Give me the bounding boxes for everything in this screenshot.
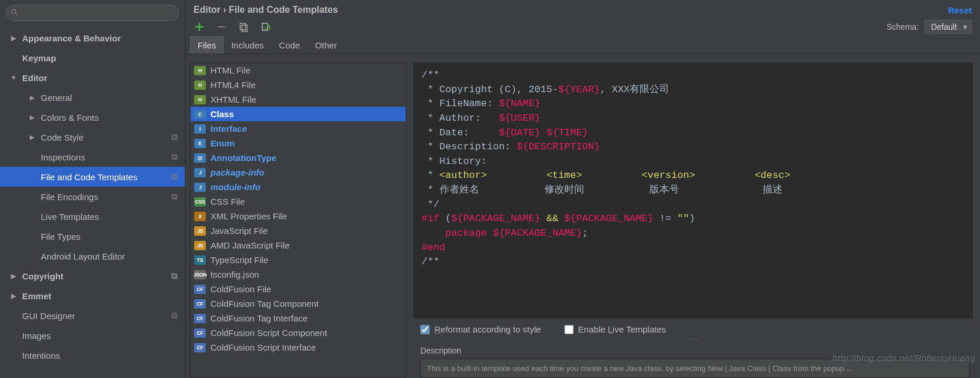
- file-type-icon: CF: [194, 328, 206, 338]
- template-item[interactable]: JSONtsconfig.json: [191, 267, 406, 282]
- file-type-icon: CSS: [194, 197, 206, 206]
- template-item[interactable]: HXHTML File: [191, 92, 406, 107]
- tab-includes[interactable]: Includes: [224, 36, 272, 54]
- sidebar-item-copyright[interactable]: ▶Copyright⧉: [0, 266, 185, 286]
- settings-tree: ▶Appearance & BehaviorKeymap▼Editor▶Gene…: [0, 26, 185, 365]
- file-type-icon: CF: [194, 314, 206, 323]
- breadcrumb-row: Editor › File and Code Templates Reset: [185, 0, 980, 19]
- sidebar-item-label: GUI Designer: [22, 311, 75, 321]
- chevron-icon: ▶: [29, 114, 35, 121]
- sidebar-item-intentions[interactable]: Intentions: [0, 345, 185, 365]
- live-templates-label: Enable Live Templates: [578, 324, 666, 334]
- breadcrumb: Editor › File and Code Templates: [194, 5, 338, 15]
- sidebar-item-editor[interactable]: ▼Editor: [0, 68, 185, 88]
- sidebar-item-general[interactable]: ▶General: [0, 88, 185, 107]
- template-item-label: ColdFusion File: [210, 284, 271, 294]
- sidebar-item-label: Intentions: [22, 351, 60, 360]
- template-item-label: HTML File: [210, 65, 251, 75]
- template-item-label: package-info: [210, 167, 265, 177]
- sidebar-item-file-encodings[interactable]: File Encodings⧉: [0, 187, 185, 206]
- resize-handle[interactable]: ••••: [406, 337, 978, 342]
- tab-files[interactable]: Files: [190, 36, 224, 54]
- template-item-label: Class: [210, 109, 234, 119]
- live-templates-checkbox-input[interactable]: [564, 325, 574, 334]
- file-type-icon: J: [194, 183, 206, 192]
- sidebar-item-label: File and Code Templates: [41, 172, 138, 182]
- sidebar-item-live-templates[interactable]: Live Templates: [0, 206, 185, 226]
- remove-button[interactable]: [215, 20, 229, 34]
- tab-code[interactable]: Code: [272, 36, 308, 54]
- sidebar-item-code-style[interactable]: ▶Code Style⧉: [0, 127, 185, 147]
- sidebar-item-label: File Types: [41, 232, 80, 242]
- reset-link[interactable]: Reset: [948, 5, 972, 15]
- template-item[interactable]: CFColdFusion Tag Interface: [191, 311, 406, 326]
- schema-label: Schema:: [887, 22, 919, 32]
- file-type-icon: X: [194, 212, 206, 221]
- template-item[interactable]: HHTML4 File: [191, 78, 406, 92]
- template-item[interactable]: JSAMD JavaScript File: [191, 238, 406, 253]
- sidebar-item-android-layout-editor[interactable]: Android Layout Editor: [0, 246, 185, 266]
- sidebar-item-label: Inspections: [41, 152, 85, 162]
- sidebar-item-inspections[interactable]: Inspections⧉: [0, 147, 185, 167]
- template-item[interactable]: CFColdFusion File: [191, 282, 406, 296]
- template-item[interactable]: EEnum: [191, 136, 406, 150]
- template-item[interactable]: @AnnotationType: [191, 150, 406, 165]
- template-item[interactable]: JSJavaScript File: [191, 223, 406, 238]
- sidebar-item-emmet[interactable]: ▶Emmet: [0, 286, 185, 306]
- template-item[interactable]: XXML Properties File: [191, 209, 406, 223]
- sidebar-item-label: Colors & Fonts: [41, 113, 99, 123]
- svg-rect-2: [240, 23, 245, 30]
- reformat-checkbox-input[interactable]: [420, 325, 430, 334]
- template-item[interactable]: CClass: [191, 107, 406, 121]
- template-item[interactable]: CFColdFusion Script Component: [191, 326, 406, 340]
- template-item[interactable]: TSTypeScript File: [191, 253, 406, 267]
- sidebar-item-label: Keymap: [22, 53, 56, 63]
- sidebar-item-keymap[interactable]: Keymap: [0, 48, 185, 68]
- template-tabs: FilesIncludesCodeOther: [185, 36, 980, 54]
- svg-rect-3: [242, 25, 247, 32]
- copy-button[interactable]: [237, 20, 251, 34]
- add-button[interactable]: [192, 20, 206, 34]
- template-item[interactable]: CFColdFusion Tag Component: [191, 296, 406, 311]
- schema-select[interactable]: Default: [925, 20, 972, 34]
- template-item-label: AMD JavaScript File: [210, 240, 290, 250]
- sidebar-item-file-and-code-templates[interactable]: File and Code Templates⧉: [0, 167, 185, 187]
- settings-sidebar: ▶Appearance & BehaviorKeymap▼Editor▶Gene…: [0, 0, 185, 378]
- code-editor[interactable]: /** * Copyright (C), 2015-${YEAR}, XXX有限…: [413, 62, 973, 318]
- file-type-icon: CF: [194, 285, 206, 294]
- template-item[interactable]: HHTML File: [191, 63, 406, 78]
- template-item[interactable]: CFColdFusion Script Interface: [191, 340, 406, 355]
- content-split: HHTML FileHHTML4 FileHXHTML FileCClassII…: [185, 54, 980, 378]
- template-list[interactable]: HHTML FileHHTML4 FileHXHTML FileCClassII…: [190, 62, 406, 378]
- template-item[interactable]: Jpackage-info: [191, 165, 406, 180]
- file-type-icon: JSON: [194, 270, 206, 279]
- file-type-icon: H: [194, 80, 206, 90]
- template-item[interactable]: CSSCSS File: [191, 194, 406, 209]
- template-item-label: CSS File: [210, 197, 245, 206]
- sidebar-item-appearance-behavior[interactable]: ▶Appearance & Behavior: [0, 28, 185, 48]
- scope-icon: ⧉: [171, 191, 178, 202]
- template-item-label: Enum: [210, 138, 235, 148]
- description-text: This is a built-in template used each ti…: [420, 359, 970, 378]
- template-item-label: Interface: [210, 124, 247, 134]
- sidebar-item-gui-designer[interactable]: GUI Designer⧉: [0, 306, 185, 326]
- reformat-checkbox[interactable]: Reformat according to style: [420, 324, 541, 334]
- file-type-icon: @: [194, 153, 206, 163]
- sidebar-item-file-types[interactable]: File Types: [0, 226, 185, 246]
- search-input[interactable]: [6, 5, 179, 21]
- template-item[interactable]: IInterface: [191, 121, 406, 136]
- sidebar-item-images[interactable]: Images: [0, 326, 185, 345]
- file-type-icon: JS: [194, 241, 206, 250]
- sidebar-item-colors-fonts[interactable]: ▶Colors & Fonts: [0, 107, 185, 127]
- chevron-icon: ▶: [10, 292, 16, 300]
- tab-other[interactable]: Other: [307, 36, 345, 54]
- file-type-icon: H: [194, 95, 206, 104]
- template-item-label: JavaScript File: [210, 226, 268, 236]
- template-item[interactable]: Jmodule-info: [191, 180, 406, 194]
- file-type-icon: J: [194, 168, 206, 177]
- chevron-icon: ▶: [10, 34, 16, 42]
- refresh-button[interactable]: [259, 20, 273, 34]
- live-templates-checkbox[interactable]: Enable Live Templates: [564, 324, 666, 334]
- svg-point-0: [12, 9, 16, 13]
- sidebar-item-label: Editor: [22, 73, 47, 83]
